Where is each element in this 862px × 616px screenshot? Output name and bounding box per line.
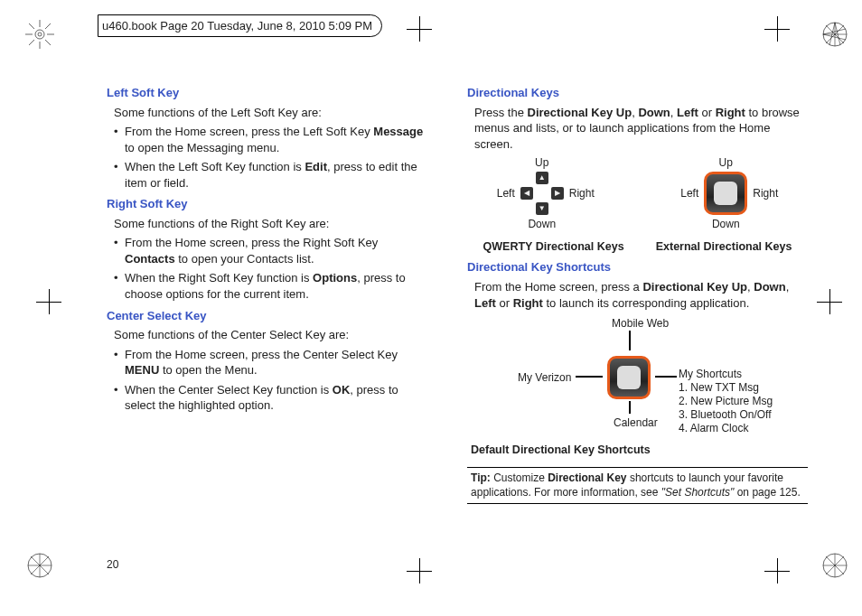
shortcut-right: My Shortcuts: [679, 367, 742, 381]
svg-line-17: [823, 29, 846, 34]
svg-line-15: [829, 23, 835, 45]
rsk-bullet-1: From the Home screen, press the Right So…: [114, 235, 431, 266]
connector-line: [629, 401, 631, 414]
dks-intro: From the Home screen, press a Directiona…: [474, 279, 808, 311]
svg-line-7: [45, 40, 51, 45]
dk-intro: Press the Directional Key Up, Down, Left…: [474, 105, 808, 153]
crop-mark-icon: [407, 16, 432, 42]
label-down: Down: [712, 217, 740, 231]
heading-right-soft-key: Right Soft Key: [107, 196, 431, 212]
label-right: Right: [569, 186, 595, 201]
caption-external: External Directional Keys: [656, 239, 792, 255]
crop-mark-icon: [407, 558, 432, 583]
page-header: u460.book Page 20 Tuesday, June 8, 2010 …: [98, 14, 382, 37]
shortcut-caption: Default Directional Key Shortcuts: [471, 443, 808, 458]
shortcut-down: Calendar: [614, 415, 658, 430]
page-number: 20: [107, 558, 118, 571]
page-content: Left Soft Key Some functions of the Left…: [107, 79, 808, 562]
qwerty-pad-icon: ▲▼◀▶: [520, 172, 564, 215]
external-directional-diagram: Up Left Right Down: [680, 155, 778, 231]
caption-qwerty: QWERTY Directional Keys: [483, 239, 624, 255]
csk-intro: Some functions of the Center Select Key …: [114, 327, 431, 343]
label-left: Left: [497, 186, 515, 201]
label-right: Right: [753, 186, 778, 201]
label-down: Down: [528, 217, 556, 231]
crop-mark-icon: [764, 16, 790, 42]
rsk-bullet-2: When the Right Soft Key function is Opti…: [114, 270, 431, 302]
label-up: Up: [535, 155, 548, 170]
svg-line-16: [835, 23, 840, 45]
ornament-icon: [820, 551, 849, 580]
ornament-icon: [25, 551, 54, 580]
lsk-intro: Some functions of the Left Soft Key are:: [114, 105, 431, 121]
rsk-intro: Some functions of the Right Soft Key are…: [114, 216, 431, 232]
connector-line: [576, 376, 603, 378]
label-up: Up: [719, 155, 733, 170]
crop-mark-icon: [764, 558, 790, 583]
heading-center-select-key: Center Select Key: [107, 308, 431, 324]
crop-mark-icon: [817, 289, 842, 314]
heading-left-soft-key: Left Soft Key: [107, 85, 431, 101]
heading-directional-shortcuts: Directional Key Shortcuts: [467, 259, 808, 275]
svg-point-1: [38, 33, 42, 36]
external-pad-icon: [607, 356, 651, 399]
left-column: Left Soft Key Some functions of the Left…: [107, 79, 431, 562]
label-left: Left: [680, 186, 698, 201]
svg-line-8: [45, 23, 51, 29]
heading-directional-keys: Directional Keys: [467, 85, 808, 101]
shortcut-list: 1. New TXT Msg 2. New Picture Msg 3. Blu…: [679, 381, 773, 435]
svg-point-0: [35, 30, 44, 39]
connector-line: [629, 331, 631, 350]
external-pad-icon: [704, 172, 747, 215]
svg-line-6: [29, 23, 34, 29]
ornament-icon: [820, 20, 849, 49]
csk-bullet-1: From the Home screen, press the Center S…: [114, 347, 431, 378]
svg-line-9: [29, 40, 34, 45]
lsk-bullet-2: When the Left Soft Key function is Edit,…: [114, 159, 431, 191]
qwerty-directional-diagram: Up Left ▲▼◀▶ Right Down: [497, 155, 595, 231]
tip-box: Tip: Customize Directional Key shortcuts…: [467, 467, 808, 504]
directional-diagrams: Up Left ▲▼◀▶ Right Down Up Left Right Do…: [467, 155, 808, 231]
shortcut-up: Mobile Web: [612, 316, 669, 331]
header-text: u460.book Page 20 Tuesday, June 8, 2010 …: [102, 19, 372, 33]
crop-mark-icon: [36, 289, 61, 314]
right-column: Directional Keys Press the Directional K…: [467, 79, 808, 562]
ornament-icon: [25, 20, 54, 49]
csk-bullet-2: When the Center Select Key function is O…: [114, 382, 431, 414]
shortcut-diagram: Mobile Web My Verizon My Shortcuts 1. Ne…: [467, 314, 808, 441]
svg-line-18: [823, 34, 846, 40]
lsk-bullet-1: From the Home screen, press the Left Sof…: [114, 124, 431, 155]
shortcut-left: My Verizon: [518, 370, 571, 385]
connector-line: [655, 376, 677, 378]
